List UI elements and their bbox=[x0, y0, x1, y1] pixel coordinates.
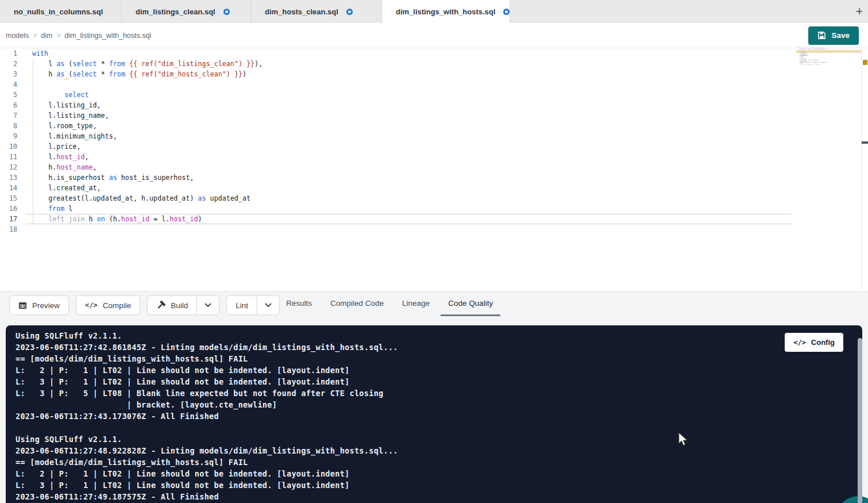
chevron-right-icon: > bbox=[56, 32, 60, 40]
tab-bar: no_nulls_in_columns.sqldim_listings_clea… bbox=[0, 0, 868, 23]
compile-label: Compile bbox=[103, 301, 132, 310]
panel-tab-results[interactable]: Results bbox=[279, 291, 319, 316]
unsaved-changes-dot-icon bbox=[346, 9, 353, 15]
file-tab-label: dim_hosts_clean.sql bbox=[265, 7, 338, 16]
file-tab[interactable]: dim_listings_clean.sql bbox=[122, 0, 251, 23]
line-number: 9 bbox=[0, 131, 17, 141]
preview-label: Preview bbox=[32, 301, 60, 310]
file-tab-label: dim_listings_clean.sql bbox=[136, 7, 215, 16]
line-number: 13 bbox=[0, 172, 17, 183]
overview-position-marker[interactable] bbox=[862, 141, 868, 144]
minimap[interactable]: with l as (select * from {{ ref("dim_lis… bbox=[797, 47, 859, 81]
line-number: 15 bbox=[0, 193, 17, 203]
code-brackets-icon: </> bbox=[793, 339, 806, 347]
unsaved-changes-dot-icon bbox=[223, 9, 230, 15]
config-button[interactable]: </> Config bbox=[785, 333, 843, 352]
code-text[interactable]: with l as (select * from {{ ref("dim_lis… bbox=[797, 47, 806, 66]
line-number: 17 bbox=[0, 214, 17, 224]
save-button[interactable]: Save bbox=[808, 26, 859, 45]
line-number: 2 bbox=[0, 59, 17, 69]
action-button-row: Preview </> Compile bbox=[9, 295, 280, 315]
bottom-panel: Preview </> Compile bbox=[0, 291, 868, 503]
line-number: 14 bbox=[0, 183, 17, 193]
terminal-panel: Using SQLFluff v2.1.1. 2023-06-06T11:27:… bbox=[6, 325, 862, 503]
breadcrumb: models>dim>dim_listings_with_hosts.sql bbox=[6, 32, 151, 40]
config-label: Config bbox=[811, 338, 835, 347]
file-tab-label: no_nulls_in_columns.sql bbox=[14, 7, 103, 16]
overview-warning-marker[interactable] bbox=[863, 60, 867, 65]
line-number: 10 bbox=[0, 141, 17, 152]
lint-button[interactable]: Lint bbox=[227, 296, 257, 314]
line-number: 1 bbox=[0, 48, 17, 59]
line-number: 16 bbox=[0, 203, 17, 214]
chevron-right-icon: > bbox=[33, 32, 37, 40]
chevron-down-icon bbox=[265, 303, 272, 308]
panel-tab-lineage[interactable]: Lineage bbox=[395, 291, 437, 316]
plus-icon: + bbox=[856, 4, 863, 19]
chevron-down-icon bbox=[205, 303, 211, 308]
terminal-output: Using SQLFluff v2.1.1. 2023-06-06T11:27:… bbox=[16, 330, 398, 502]
build-button[interactable]: Build bbox=[148, 296, 196, 314]
code-text[interactable]: with l as (select * from {{ ref("dim_lis… bbox=[32, 48, 263, 235]
panel-tab-code-quality[interactable]: Code Quality bbox=[441, 291, 500, 316]
line-number: 6 bbox=[0, 100, 17, 110]
breadcrumb-item[interactable]: dim_listings_with_hosts.sql bbox=[64, 32, 151, 40]
unsaved-changes-dot-icon bbox=[503, 9, 510, 15]
hammer-icon bbox=[156, 301, 165, 310]
breadcrumb-item[interactable]: dim bbox=[41, 32, 52, 40]
save-label: Save bbox=[831, 31, 850, 40]
line-number: 18 bbox=[0, 224, 17, 235]
terminal-scrollbar[interactable] bbox=[858, 338, 862, 503]
lint-split-button: Lint bbox=[226, 295, 280, 315]
compile-button[interactable]: </> Compile bbox=[76, 295, 140, 315]
build-split-button: Build bbox=[147, 295, 219, 315]
line-number: 7 bbox=[0, 110, 17, 121]
help-chat-fab[interactable] bbox=[836, 496, 868, 503]
breadcrumb-bar: models>dim>dim_listings_with_hosts.sql S… bbox=[0, 23, 868, 48]
file-tab[interactable]: dim_hosts_clean.sql bbox=[251, 0, 382, 23]
line-number: 3 bbox=[0, 69, 17, 79]
breadcrumb-item[interactable]: models bbox=[6, 32, 29, 40]
lint-dropdown-button[interactable] bbox=[257, 296, 279, 314]
preview-button[interactable]: Preview bbox=[9, 295, 69, 315]
floppy-icon bbox=[817, 31, 826, 40]
line-number: 5 bbox=[0, 90, 17, 100]
line-number: 8 bbox=[0, 121, 17, 131]
result-panel-tabs: ResultsCompiled CodeLineageCode Quality bbox=[279, 291, 500, 316]
file-tab-label: dim_listings_with_hosts.sql bbox=[396, 7, 495, 16]
lint-label: Lint bbox=[236, 301, 248, 310]
line-number: 11 bbox=[0, 152, 17, 162]
panel-tab-compiled-code[interactable]: Compiled Code bbox=[323, 291, 391, 316]
code-editor[interactable]: 123456789101112131415161718 with l as (s… bbox=[0, 48, 868, 291]
line-number-gutter: 123456789101112131415161718 bbox=[0, 48, 17, 235]
minimap-code: with l as (select * from {{ ref("dim_lis… bbox=[797, 47, 806, 66]
new-tab-button[interactable]: + bbox=[851, 3, 868, 20]
line-number: 4 bbox=[0, 79, 17, 90]
build-label: Build bbox=[171, 301, 188, 310]
overview-ruler-divider bbox=[861, 48, 862, 291]
table-grid-icon bbox=[18, 301, 27, 310]
dbt-ide-window: no_nulls_in_columns.sqldim_listings_clea… bbox=[0, 0, 868, 503]
code-brackets-icon: </> bbox=[85, 301, 98, 309]
file-tab[interactable]: no_nulls_in_columns.sql bbox=[0, 0, 122, 23]
build-dropdown-button[interactable] bbox=[196, 296, 219, 314]
file-tab[interactable]: dim_listings_with_hosts.sql bbox=[382, 0, 510, 23]
line-number: 12 bbox=[0, 162, 17, 172]
